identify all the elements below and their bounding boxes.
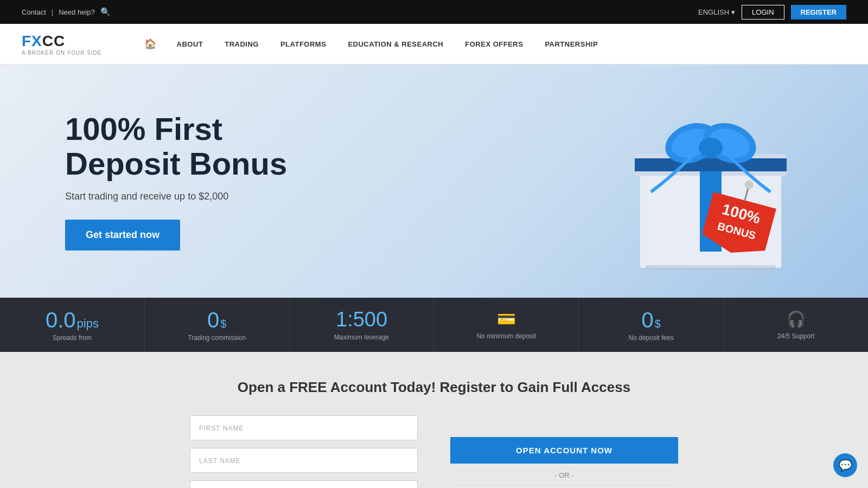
nav-partnership[interactable]: PARTNERSHIP <box>534 24 609 65</box>
stat-deposit-fees-value: 0 $ <box>642 308 661 332</box>
get-started-button[interactable]: Get started now <box>65 220 180 251</box>
home-icon[interactable]: 🏠 <box>135 38 166 50</box>
nav-platforms[interactable]: PLATFORMS <box>270 24 337 65</box>
last-name-input[interactable] <box>190 448 418 473</box>
top-bar-left: Contact | Need help? 🔍 <box>22 7 111 17</box>
stat-spreads: 0.0 pips Spreads from <box>0 298 145 352</box>
form-left: LIVE DEMO <box>190 415 418 488</box>
form-headline: Open a FREE Account Today! Register to G… <box>238 379 630 396</box>
top-bar-right: ENGLISH ▾ LOGIN REGISTER <box>698 5 846 20</box>
nav-about[interactable]: ABOUT <box>166 24 214 65</box>
stat-support-label: 24/5 Support <box>777 332 815 340</box>
stat-deposit-fees: 0 $ No deposit fees <box>579 298 724 352</box>
search-icon[interactable]: 🔍 <box>100 7 111 17</box>
open-account-button[interactable]: OPEN ACCOUNT NOW <box>450 437 678 464</box>
stat-commission-value: 0 $ <box>207 308 226 332</box>
email-input[interactable] <box>190 480 418 488</box>
hero-title: 100% FirstDeposit Bonus <box>65 112 287 181</box>
hero-subtitle: Start trading and receive up to $2,000 <box>65 191 287 202</box>
stat-deposit-fees-label: No deposit fees <box>629 334 674 342</box>
logo[interactable]: FXCC A BROKER ON YOUR SIDE <box>22 33 102 56</box>
stats-bar: 0.0 pips Spreads from 0 $ Trading commis… <box>0 298 868 352</box>
form-right: OPEN ACCOUNT NOW - OR - f SIGN UP WITH F… <box>450 415 678 488</box>
first-name-input[interactable] <box>190 415 418 440</box>
stat-support: 🎧 24/5 Support <box>724 298 868 352</box>
stat-min-deposit-label: No minimum deposit <box>477 332 536 340</box>
login-button[interactable]: LOGIN <box>742 5 784 20</box>
register-button[interactable]: REGISTER <box>791 5 846 20</box>
nav-forex-offers[interactable]: FOREX OFFERS <box>454 24 534 65</box>
stat-leverage: 1:500 Maximum leverage <box>290 298 435 352</box>
svg-rect-4 <box>635 158 787 171</box>
hero-section: 100% FirstDeposit Bonus Start trading an… <box>0 65 868 298</box>
chevron-down-icon: ▾ <box>731 8 735 16</box>
separator: | <box>52 8 53 16</box>
language-selector[interactable]: ENGLISH ▾ <box>698 8 735 16</box>
need-help-link[interactable]: Need help? <box>59 8 95 16</box>
svg-rect-2 <box>646 265 776 269</box>
stat-spreads-label: Spreads from <box>53 334 92 342</box>
navbar: FXCC A BROKER ON YOUR SIDE 🏠 ABOUT TRADI… <box>0 24 868 65</box>
nav-trading[interactable]: TRADING <box>214 24 270 65</box>
logo-tagline: A BROKER ON YOUR SIDE <box>22 50 102 56</box>
language-label: ENGLISH <box>698 8 729 16</box>
stat-leverage-label: Maximum leverage <box>334 333 389 341</box>
stat-commission-label: Trading commission <box>188 334 246 342</box>
hero-image: 100% BONUS <box>597 78 825 284</box>
or-divider: - OR - <box>554 471 573 479</box>
stat-commission: 0 $ Trading commission <box>145 298 290 352</box>
chat-widget[interactable]: 💬 <box>833 453 857 477</box>
contact-link[interactable]: Contact <box>22 8 46 16</box>
nav-education[interactable]: EDUCATION & RESEARCH <box>337 24 454 65</box>
stat-min-deposit: 💳 No minimum deposit <box>434 298 579 352</box>
form-section: Open a FREE Account Today! Register to G… <box>0 352 868 488</box>
stat-spreads-value: 0.0 pips <box>46 308 99 332</box>
hero-text: 100% FirstDeposit Bonus Start trading an… <box>65 112 287 251</box>
top-bar: Contact | Need help? 🔍 ENGLISH ▾ LOGIN R… <box>0 0 868 24</box>
nav-links: 🏠 ABOUT TRADING PLATFORMS EDUCATION & RE… <box>135 24 846 65</box>
logo-text: FXCC <box>22 33 65 50</box>
gift-box-illustration: 100% BONUS <box>608 84 814 279</box>
form-container: LIVE DEMO OPEN ACCOUNT NOW - OR - f SIGN… <box>190 415 678 488</box>
headset-icon: 🎧 <box>787 310 806 328</box>
wallet-icon: 💳 <box>497 310 516 328</box>
svg-point-9 <box>699 138 723 157</box>
stat-leverage-value: 1:500 <box>336 309 387 331</box>
chat-icon: 💬 <box>839 459 852 472</box>
